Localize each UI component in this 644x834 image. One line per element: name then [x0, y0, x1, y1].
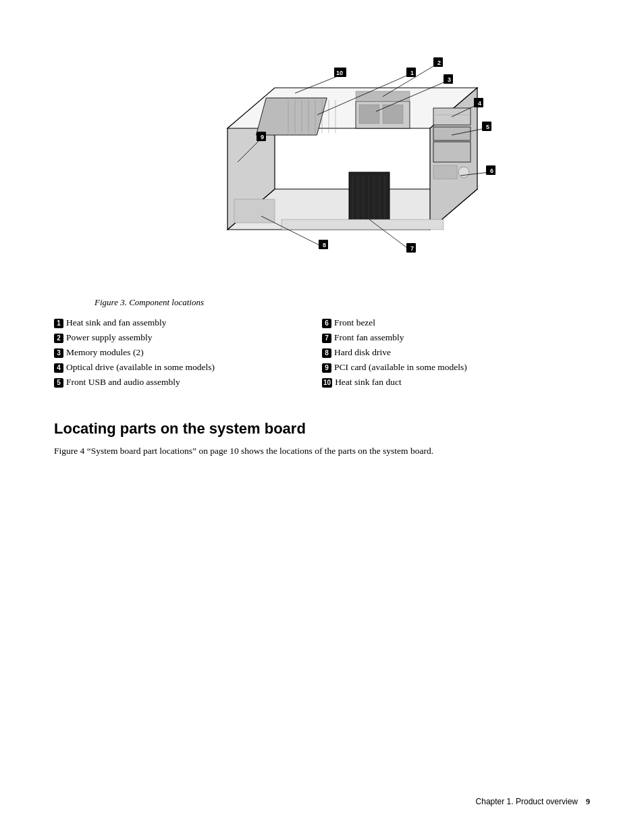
part-text: Memory modules (2): [66, 347, 144, 358]
svg-text:9: 9: [261, 134, 264, 140]
part-text: Front bezel: [334, 317, 375, 328]
part-item: 3Memory modules (2): [54, 347, 322, 358]
part-badge: 5: [54, 378, 63, 388]
part-badge: 4: [54, 363, 63, 373]
parts-column-left: 1Heat sink and fan assembly2Power supply…: [54, 317, 322, 388]
svg-rect-19: [433, 127, 471, 140]
part-text: Power supply assembly: [66, 332, 153, 343]
footer-page: 9: [586, 797, 590, 806]
part-text: PCI card (available in some models): [334, 362, 467, 373]
svg-text:8: 8: [323, 242, 326, 249]
footer-chapter: Chapter 1. Product overview: [476, 797, 578, 806]
part-badge: 1: [54, 319, 63, 328]
svg-rect-4: [256, 98, 327, 135]
section-body: Figure 4 “System board part locations” o…: [54, 444, 590, 458]
part-item: 4Optical drive (available in some models…: [54, 362, 322, 373]
svg-rect-31: [234, 199, 275, 223]
svg-rect-23: [349, 172, 390, 223]
section: Locating parts on the system board Figur…: [54, 420, 590, 458]
figure-caption: Figure 3. Component locations: [95, 297, 204, 308]
svg-point-21: [458, 167, 469, 178]
part-item: 10Heat sink fan duct: [322, 377, 590, 388]
part-text: Optical drive (available in some models): [66, 362, 215, 373]
parts-column-right: 6Front bezel7Front fan assembly8Hard dis…: [322, 317, 590, 388]
footer: Chapter 1. Product overview 9: [476, 797, 590, 807]
part-badge: 2: [54, 334, 63, 343]
svg-text:1: 1: [410, 70, 414, 76]
part-item: 5Front USB and audio assembly: [54, 377, 322, 388]
part-item: 7Front fan assembly: [322, 332, 590, 343]
part-badge: 8: [322, 348, 331, 358]
diagram-area: 1 2 3 4 5 6 7: [146, 41, 498, 290]
svg-text:5: 5: [486, 124, 489, 130]
part-text: Heat sink and fan assembly: [66, 317, 166, 328]
svg-text:6: 6: [490, 167, 493, 174]
part-item: 9PCI card (available in some models): [322, 362, 590, 373]
part-text: Hard disk drive: [334, 347, 391, 358]
part-item: 2Power supply assembly: [54, 332, 322, 343]
part-item: 1Heat sink and fan assembly: [54, 317, 322, 328]
part-badge: 6: [322, 319, 331, 328]
section-heading: Locating parts on the system board: [54, 420, 590, 438]
figure-container: 1 2 3 4 5 6 7: [54, 41, 590, 409]
part-text: Heat sink fan duct: [335, 377, 402, 388]
part-badge: 7: [322, 334, 331, 343]
svg-text:2: 2: [437, 59, 441, 66]
part-item: 6Front bezel: [322, 317, 590, 328]
svg-rect-32: [281, 219, 444, 230]
svg-text:10: 10: [336, 70, 343, 76]
svg-text:7: 7: [410, 245, 414, 252]
svg-rect-14: [359, 105, 379, 124]
svg-rect-20: [433, 142, 471, 162]
svg-rect-22: [433, 165, 457, 179]
svg-text:3: 3: [448, 76, 451, 83]
svg-rect-16: [356, 91, 410, 101]
part-badge: 10: [322, 378, 332, 388]
part-badge: 3: [54, 348, 63, 358]
part-item: 8Hard disk drive: [322, 347, 590, 358]
part-badge: 9: [322, 363, 331, 373]
svg-text:4: 4: [478, 100, 481, 107]
part-text: Front fan assembly: [334, 332, 404, 343]
parts-list: 1Heat sink and fan assembly2Power supply…: [54, 317, 590, 388]
part-text: Front USB and audio assembly: [66, 377, 180, 388]
component-diagram: 1 2 3 4 5 6 7: [146, 41, 498, 290]
